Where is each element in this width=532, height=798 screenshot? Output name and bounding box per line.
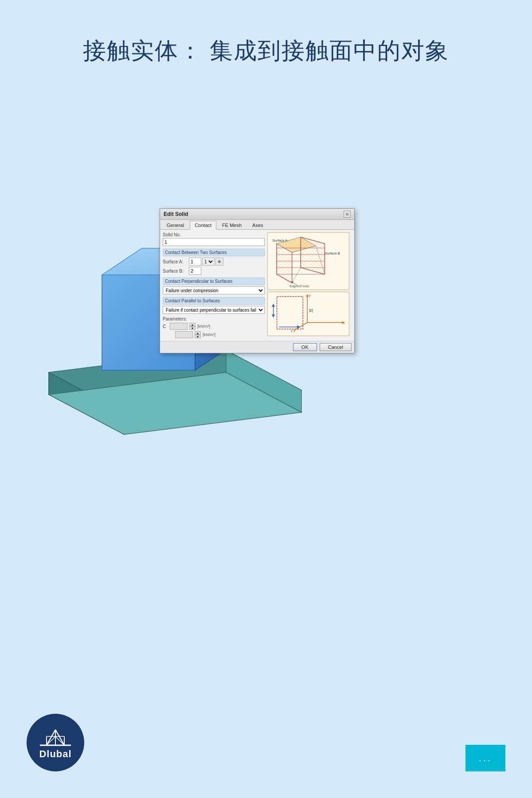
param-kt-input[interactable] <box>175 331 193 338</box>
contact-perpendicular-select[interactable]: Failure under compression <box>163 286 265 294</box>
tab-fe-mesh[interactable]: FE Mesh <box>217 221 246 229</box>
solid-no-group: Solid No. <box>163 232 265 246</box>
contact-between-surfaces-header: Contact Between Two Surfaces <box>163 249 265 256</box>
contact-parallel-group: Failure if contact perpendicular to surf… <box>163 306 265 314</box>
close-button[interactable]: ✕ <box>344 211 351 218</box>
dialog-footer: OK Cancel <box>160 341 354 353</box>
diagram-panel: Surface A Surface B Edges of solid <box>267 232 352 338</box>
param-kn-unit: [kN/m³] <box>197 324 210 329</box>
tab-contact[interactable]: Contact <box>190 221 216 230</box>
surface-a-select-row: 1 ⊕ <box>189 258 223 266</box>
axes-diagram-svg: x y z <box>268 292 349 336</box>
dlubal-company-name: Dlubal <box>39 748 71 760</box>
solid-no-label: Solid No. <box>163 232 265 237</box>
more-button-label: ... <box>479 752 492 764</box>
surface-b-row: Surface B: <box>163 267 265 275</box>
svg-text:Surface B: Surface B <box>325 251 340 255</box>
svg-text:z: z <box>291 329 293 333</box>
params-row-kt: ▲ ▼ [kN/m²] <box>163 331 265 338</box>
param-c-label: C <box>163 324 168 329</box>
svg-text:x: x <box>343 321 345 325</box>
svg-text:|z|: |z| <box>309 308 313 313</box>
dialog-title: Edit Solid <box>164 211 188 217</box>
contact-diagram-bottom: x y z <box>267 292 349 336</box>
surface-a-pick-btn[interactable]: ⊕ <box>215 258 223 266</box>
more-button[interactable]: ... <box>466 745 505 771</box>
dlubal-icon-svg <box>38 725 73 747</box>
svg-text:Edges of solid: Edges of solid <box>290 285 309 288</box>
param-kt-stepper[interactable]: ▲ ▼ <box>195 331 201 338</box>
contact-perpendicular-group: Failure under compression <box>163 286 265 294</box>
param-kt-unit: [kN/m²] <box>203 332 215 337</box>
dialog-body: Solid No. Contact Between Two Surfaces S… <box>160 230 354 341</box>
parameters-label: Parameters: <box>163 317 265 321</box>
surface-a-label: Surface A: <box>163 259 187 264</box>
param-kn-input[interactable] <box>170 323 188 330</box>
dialog-titlebar: Edit Solid ✕ <box>160 209 354 220</box>
dlubal-logo: Dlubal <box>27 714 84 771</box>
contact-parallel-header: Contact Parallel to Surfaces <box>163 297 265 305</box>
ok-button[interactable]: OK <box>293 343 317 351</box>
dialog-form: Solid No. Contact Between Two Surfaces S… <box>163 232 265 338</box>
page-title: 接触实体： 集成到接触面中的对象 <box>0 35 532 66</box>
surface-b-input[interactable] <box>189 267 201 275</box>
tab-general[interactable]: General <box>162 221 189 229</box>
edit-solid-dialog: Edit Solid ✕ General Contact FE Mesh Axe… <box>160 208 355 353</box>
stepper-up[interactable]: ▲ <box>189 323 196 326</box>
contact-perpendicular-header: Contact Perpendicular to Surfaces <box>163 278 265 285</box>
stepper-kt-down[interactable]: ▼ <box>195 335 201 338</box>
surface-b-label: Surface B: <box>163 269 187 274</box>
stepper-down[interactable]: ▼ <box>189 326 196 330</box>
contact-parallel-select[interactable]: Failure if contact perpendicular to surf… <box>163 306 265 314</box>
surface-a-input[interactable] <box>189 258 201 266</box>
svg-text:y: y <box>309 293 311 297</box>
cancel-button[interactable]: Cancel <box>320 343 352 351</box>
contact-diagram-svg: Surface A Surface B Edges of solid <box>268 233 349 289</box>
contact-between-surfaces-group: Surface A: 1 ⊕ Surface B: <box>163 258 265 275</box>
stepper-kt-up[interactable]: ▲ <box>195 331 201 335</box>
param-kn-stepper[interactable]: ▲ ▼ <box>189 323 196 330</box>
svg-text:Surface A: Surface A <box>272 239 288 243</box>
surface-a-dropdown[interactable]: 1 <box>202 258 215 266</box>
dialog-tabs: General Contact FE Mesh Axes <box>160 220 354 230</box>
params-row-kn: C ▲ ▼ [kN/m³] <box>163 323 265 330</box>
tab-axes[interactable]: Axes <box>247 221 268 229</box>
contact-diagram-top: Surface A Surface B Edges of solid <box>267 232 349 290</box>
surface-a-row: Surface A: 1 ⊕ <box>163 258 265 266</box>
solid-no-input[interactable] <box>163 238 265 246</box>
